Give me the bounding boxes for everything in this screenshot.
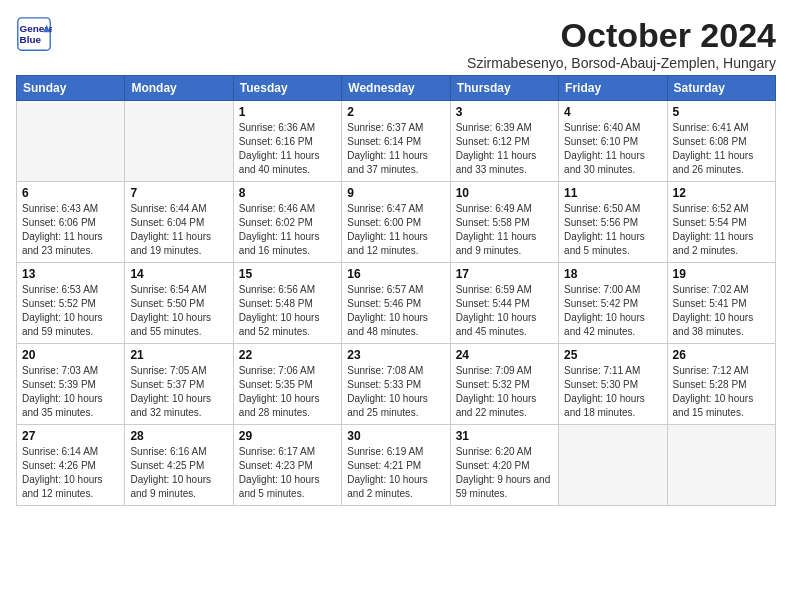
calendar-cell: 29Sunrise: 6:17 AM Sunset: 4:23 PM Dayli… [233, 425, 341, 506]
weekday-tuesday: Tuesday [233, 76, 341, 101]
calendar-cell: 25Sunrise: 7:11 AM Sunset: 5:30 PM Dayli… [559, 344, 667, 425]
calendar-cell [125, 101, 233, 182]
day-info: Sunrise: 6:56 AM Sunset: 5:48 PM Dayligh… [239, 283, 336, 339]
weekday-monday: Monday [125, 76, 233, 101]
title-block: October 2024 Szirmabesenyo, Borsod-Abauj… [467, 16, 776, 71]
day-number: 3 [456, 105, 553, 119]
day-info: Sunrise: 6:17 AM Sunset: 4:23 PM Dayligh… [239, 445, 336, 501]
day-number: 1 [239, 105, 336, 119]
calendar-cell: 21Sunrise: 7:05 AM Sunset: 5:37 PM Dayli… [125, 344, 233, 425]
day-number: 2 [347, 105, 444, 119]
day-info: Sunrise: 6:16 AM Sunset: 4:25 PM Dayligh… [130, 445, 227, 501]
day-info: Sunrise: 6:57 AM Sunset: 5:46 PM Dayligh… [347, 283, 444, 339]
day-info: Sunrise: 6:14 AM Sunset: 4:26 PM Dayligh… [22, 445, 119, 501]
day-number: 20 [22, 348, 119, 362]
day-number: 12 [673, 186, 770, 200]
day-info: Sunrise: 7:12 AM Sunset: 5:28 PM Dayligh… [673, 364, 770, 420]
day-number: 28 [130, 429, 227, 443]
calendar-cell: 10Sunrise: 6:49 AM Sunset: 5:58 PM Dayli… [450, 182, 558, 263]
week-row-4: 20Sunrise: 7:03 AM Sunset: 5:39 PM Dayli… [17, 344, 776, 425]
day-info: Sunrise: 6:39 AM Sunset: 6:12 PM Dayligh… [456, 121, 553, 177]
calendar-cell: 1Sunrise: 6:36 AM Sunset: 6:16 PM Daylig… [233, 101, 341, 182]
calendar-cell: 14Sunrise: 6:54 AM Sunset: 5:50 PM Dayli… [125, 263, 233, 344]
day-info: Sunrise: 6:36 AM Sunset: 6:16 PM Dayligh… [239, 121, 336, 177]
calendar-cell: 22Sunrise: 7:06 AM Sunset: 5:35 PM Dayli… [233, 344, 341, 425]
calendar-cell: 31Sunrise: 6:20 AM Sunset: 4:20 PM Dayli… [450, 425, 558, 506]
calendar-cell: 12Sunrise: 6:52 AM Sunset: 5:54 PM Dayli… [667, 182, 775, 263]
weekday-sunday: Sunday [17, 76, 125, 101]
day-info: Sunrise: 6:19 AM Sunset: 4:21 PM Dayligh… [347, 445, 444, 501]
calendar-cell: 15Sunrise: 6:56 AM Sunset: 5:48 PM Dayli… [233, 263, 341, 344]
day-info: Sunrise: 6:54 AM Sunset: 5:50 PM Dayligh… [130, 283, 227, 339]
day-info: Sunrise: 6:47 AM Sunset: 6:00 PM Dayligh… [347, 202, 444, 258]
weekday-wednesday: Wednesday [342, 76, 450, 101]
weekday-thursday: Thursday [450, 76, 558, 101]
calendar-cell: 23Sunrise: 7:08 AM Sunset: 5:33 PM Dayli… [342, 344, 450, 425]
calendar-cell: 24Sunrise: 7:09 AM Sunset: 5:32 PM Dayli… [450, 344, 558, 425]
calendar-cell [559, 425, 667, 506]
day-info: Sunrise: 6:41 AM Sunset: 6:08 PM Dayligh… [673, 121, 770, 177]
day-info: Sunrise: 7:08 AM Sunset: 5:33 PM Dayligh… [347, 364, 444, 420]
logo-icon: General Blue [16, 16, 52, 52]
day-info: Sunrise: 7:09 AM Sunset: 5:32 PM Dayligh… [456, 364, 553, 420]
calendar-cell: 7Sunrise: 6:44 AM Sunset: 6:04 PM Daylig… [125, 182, 233, 263]
calendar-cell: 18Sunrise: 7:00 AM Sunset: 5:42 PM Dayli… [559, 263, 667, 344]
calendar-cell: 8Sunrise: 6:46 AM Sunset: 6:02 PM Daylig… [233, 182, 341, 263]
calendar-cell: 16Sunrise: 6:57 AM Sunset: 5:46 PM Dayli… [342, 263, 450, 344]
calendar-cell: 26Sunrise: 7:12 AM Sunset: 5:28 PM Dayli… [667, 344, 775, 425]
day-number: 31 [456, 429, 553, 443]
day-number: 30 [347, 429, 444, 443]
calendar-cell: 13Sunrise: 6:53 AM Sunset: 5:52 PM Dayli… [17, 263, 125, 344]
day-info: Sunrise: 7:05 AM Sunset: 5:37 PM Dayligh… [130, 364, 227, 420]
calendar-cell: 3Sunrise: 6:39 AM Sunset: 6:12 PM Daylig… [450, 101, 558, 182]
weekday-header-row: SundayMondayTuesdayWednesdayThursdayFrid… [17, 76, 776, 101]
week-row-3: 13Sunrise: 6:53 AM Sunset: 5:52 PM Dayli… [17, 263, 776, 344]
day-number: 25 [564, 348, 661, 362]
calendar-cell: 27Sunrise: 6:14 AM Sunset: 4:26 PM Dayli… [17, 425, 125, 506]
page-header: General Blue October 2024 Szirmabesenyo,… [16, 16, 776, 71]
week-row-2: 6Sunrise: 6:43 AM Sunset: 6:06 PM Daylig… [17, 182, 776, 263]
day-number: 29 [239, 429, 336, 443]
day-info: Sunrise: 6:50 AM Sunset: 5:56 PM Dayligh… [564, 202, 661, 258]
day-number: 9 [347, 186, 444, 200]
day-number: 13 [22, 267, 119, 281]
week-row-5: 27Sunrise: 6:14 AM Sunset: 4:26 PM Dayli… [17, 425, 776, 506]
day-number: 18 [564, 267, 661, 281]
day-info: Sunrise: 7:03 AM Sunset: 5:39 PM Dayligh… [22, 364, 119, 420]
day-info: Sunrise: 7:00 AM Sunset: 5:42 PM Dayligh… [564, 283, 661, 339]
weekday-friday: Friday [559, 76, 667, 101]
calendar-table: SundayMondayTuesdayWednesdayThursdayFrid… [16, 75, 776, 506]
calendar-cell [667, 425, 775, 506]
calendar-cell: 5Sunrise: 6:41 AM Sunset: 6:08 PM Daylig… [667, 101, 775, 182]
day-number: 8 [239, 186, 336, 200]
day-number: 26 [673, 348, 770, 362]
day-info: Sunrise: 6:59 AM Sunset: 5:44 PM Dayligh… [456, 283, 553, 339]
calendar-cell: 9Sunrise: 6:47 AM Sunset: 6:00 PM Daylig… [342, 182, 450, 263]
day-number: 5 [673, 105, 770, 119]
day-number: 16 [347, 267, 444, 281]
day-number: 4 [564, 105, 661, 119]
day-info: Sunrise: 6:44 AM Sunset: 6:04 PM Dayligh… [130, 202, 227, 258]
day-info: Sunrise: 6:40 AM Sunset: 6:10 PM Dayligh… [564, 121, 661, 177]
day-number: 19 [673, 267, 770, 281]
day-number: 6 [22, 186, 119, 200]
day-info: Sunrise: 6:53 AM Sunset: 5:52 PM Dayligh… [22, 283, 119, 339]
weekday-saturday: Saturday [667, 76, 775, 101]
calendar-cell: 4Sunrise: 6:40 AM Sunset: 6:10 PM Daylig… [559, 101, 667, 182]
day-number: 22 [239, 348, 336, 362]
month-title: October 2024 [467, 16, 776, 55]
day-number: 21 [130, 348, 227, 362]
calendar-cell: 30Sunrise: 6:19 AM Sunset: 4:21 PM Dayli… [342, 425, 450, 506]
calendar-body: 1Sunrise: 6:36 AM Sunset: 6:16 PM Daylig… [17, 101, 776, 506]
svg-text:Blue: Blue [20, 34, 42, 45]
day-info: Sunrise: 6:20 AM Sunset: 4:20 PM Dayligh… [456, 445, 553, 501]
location-subtitle: Szirmabesenyo, Borsod-Abauj-Zemplen, Hun… [467, 55, 776, 71]
calendar-cell: 17Sunrise: 6:59 AM Sunset: 5:44 PM Dayli… [450, 263, 558, 344]
calendar-cell: 2Sunrise: 6:37 AM Sunset: 6:14 PM Daylig… [342, 101, 450, 182]
day-number: 24 [456, 348, 553, 362]
day-number: 27 [22, 429, 119, 443]
day-number: 23 [347, 348, 444, 362]
day-info: Sunrise: 6:46 AM Sunset: 6:02 PM Dayligh… [239, 202, 336, 258]
day-info: Sunrise: 7:06 AM Sunset: 5:35 PM Dayligh… [239, 364, 336, 420]
day-info: Sunrise: 6:37 AM Sunset: 6:14 PM Dayligh… [347, 121, 444, 177]
